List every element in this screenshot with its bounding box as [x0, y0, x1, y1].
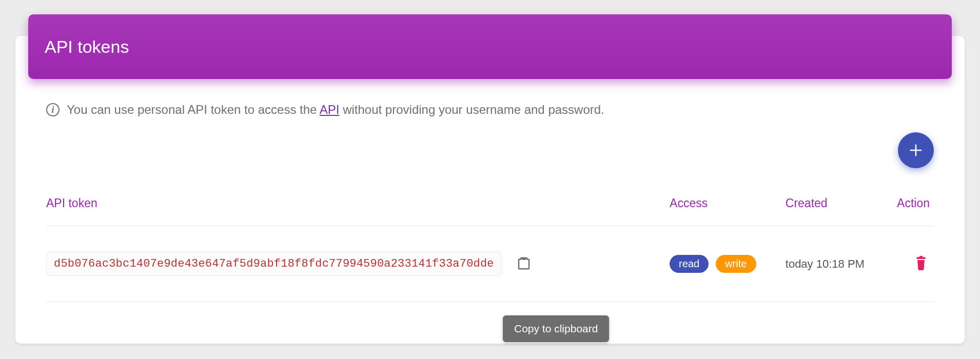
token-value[interactable]: d5b076ac3bc1407e9de43e647af5d9abf18f8fdc…	[46, 252, 502, 276]
cell-token: d5b076ac3bc1407e9de43e647af5d9abf18f8fdc…	[46, 226, 670, 302]
cell-action	[887, 226, 934, 302]
api-link[interactable]: API	[320, 103, 340, 116]
svg-rect-0	[521, 257, 526, 260]
fab-row	[46, 117, 934, 189]
access-badge-read: read	[670, 255, 709, 273]
info-icon	[46, 103, 60, 116]
info-text-after: without providing your username and pass…	[339, 103, 604, 116]
info-banner: You can use personal API token to access…	[46, 103, 934, 117]
plus-icon	[908, 143, 924, 158]
svg-rect-2	[919, 256, 923, 257]
col-header-action: Action	[887, 189, 934, 226]
cell-created: today 10:18 PM	[786, 226, 887, 302]
col-header-access: Access	[670, 189, 786, 226]
col-header-created: Created	[786, 189, 887, 226]
page-title: API tokens	[45, 37, 129, 57]
api-tokens-card: You can use personal API token to access…	[15, 36, 965, 344]
header-bar: API tokens	[28, 14, 952, 79]
info-text: You can use personal API token to access…	[67, 103, 604, 117]
table-row: d5b076ac3bc1407e9de43e647af5d9abf18f8fdc…	[46, 226, 934, 302]
access-badge-write: write	[716, 255, 756, 273]
clipboard-icon	[516, 255, 532, 271]
copy-token-button[interactable]	[514, 253, 534, 274]
col-header-token: API token	[46, 189, 670, 226]
tokens-table: API token Access Created Action d5b076ac…	[46, 189, 934, 302]
svg-rect-1	[916, 257, 925, 259]
add-token-button[interactable]	[898, 132, 934, 168]
cell-access: read write	[670, 226, 786, 302]
copy-tooltip: Copy to clipboard	[503, 315, 609, 342]
info-text-before: You can use personal API token to access…	[67, 103, 320, 116]
delete-token-button[interactable]	[912, 253, 930, 274]
table-header-row: API token Access Created Action	[46, 189, 934, 226]
trash-icon	[914, 255, 928, 271]
